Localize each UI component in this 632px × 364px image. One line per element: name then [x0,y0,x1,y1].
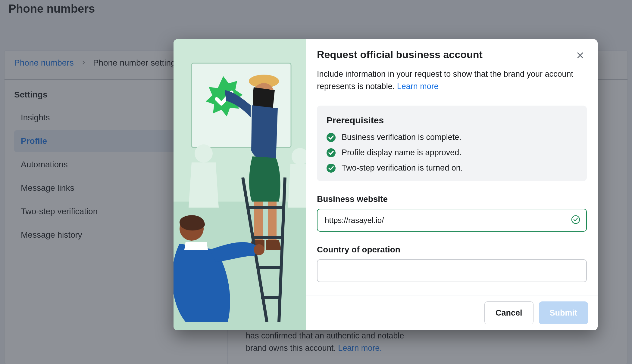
close-icon [576,51,584,60]
check-circle-icon [327,164,336,173]
modal-illustration [174,39,306,330]
prerequisites-box: Prerequisites Business verification is c… [317,106,587,181]
country-label: Country of operation [317,245,587,254]
prereq-text: Two-step verification is turned on. [342,163,463,173]
prereq-text: Profile display name is approved. [342,148,461,157]
submit-button[interactable]: Submit [539,301,588,324]
close-button[interactable] [574,49,587,62]
prereq-item-display-name: Profile display name is approved. [327,148,577,157]
business-website-input[interactable] [317,209,587,232]
svg-point-21 [327,148,336,157]
prereq-item-verification: Business verification is complete. [327,133,577,142]
prereq-text: Business verification is complete. [342,133,461,142]
check-circle-icon [327,133,336,142]
svg-point-20 [327,133,336,142]
modal-title: Request official business account [317,49,483,60]
svg-point-15 [254,244,264,255]
website-label: Business website [317,194,587,204]
cancel-button[interactable]: Cancel [484,301,533,324]
valid-check-icon [571,215,580,225]
modal-learn-more-link[interactable]: Learn more [397,82,439,91]
modal-footer: Cancel Submit [306,295,598,330]
modal-description: Include information in your request to s… [317,68,587,92]
prerequisites-title: Prerequisites [327,115,577,125]
request-oba-modal: Request official business account Includ… [174,39,598,330]
svg-point-22 [327,164,336,173]
prereq-item-two-step: Two-step verification is turned on. [327,163,577,173]
country-of-operation-input[interactable] [317,259,587,282]
svg-point-16 [195,144,213,162]
check-circle-icon [327,148,336,157]
